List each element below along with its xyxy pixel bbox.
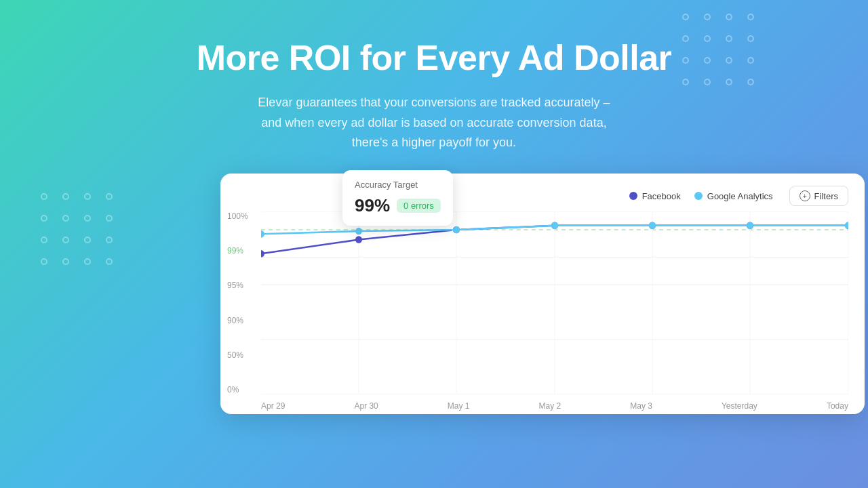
chart-svg <box>261 211 848 394</box>
x-label-apr29: Apr 29 <box>261 401 285 411</box>
ga-point-5 <box>747 222 753 229</box>
page-title: More ROI for Every Ad Dollar <box>0 37 868 78</box>
x-label-may3: May 3 <box>630 401 652 411</box>
y-label-90: 90% <box>227 316 248 325</box>
chart-area: 100% 99% 95% 90% 50% 0% <box>261 211 848 394</box>
legend-ga: Google Analytics <box>694 191 773 201</box>
accuracy-tooltip: Accuracy Target 99% 0 errors <box>342 170 453 226</box>
chart-header: Facebook Google Analytics + Filters <box>220 174 865 211</box>
x-label-apr30: Apr 30 <box>354 401 378 411</box>
ga-point-6 <box>845 222 848 229</box>
hero-section: More ROI for Every Ad Dollar Elevar guar… <box>0 0 868 174</box>
chart-legend: Facebook Google Analytics <box>629 191 773 201</box>
x-label-may1: May 1 <box>448 401 470 411</box>
filters-plus-icon: + <box>800 190 810 201</box>
x-label-yesterday: Yesterday <box>722 401 757 411</box>
ga-point-1 <box>355 228 362 235</box>
y-label-50: 50% <box>227 350 248 360</box>
chart-panel: Facebook Google Analytics + Filters 100%… <box>220 174 865 414</box>
filters-button[interactable]: + Filters <box>789 186 848 206</box>
ga-legend-label: Google Analytics <box>707 191 773 201</box>
ga-legend-dot <box>694 192 703 200</box>
facebook-legend-dot <box>629 192 637 200</box>
facebook-legend-label: Facebook <box>642 191 681 201</box>
x-axis-labels: Apr 29 Apr 30 May 1 May 2 May 3 Yesterda… <box>261 397 848 411</box>
chart-wrapper: Accuracy Target 99% 0 errors Facebook Go… <box>112 174 756 414</box>
ga-point-3 <box>551 222 558 229</box>
tooltip-badge: 0 errors <box>397 199 441 213</box>
filters-label: Filters <box>814 191 838 201</box>
y-label-100: 100% <box>227 211 248 221</box>
y-label-99: 99% <box>227 246 248 256</box>
y-label-0: 0% <box>227 385 248 394</box>
tooltip-row: 99% 0 errors <box>355 195 441 216</box>
dot-grid-left <box>41 193 118 270</box>
legend-facebook: Facebook <box>629 191 681 201</box>
x-label-may2: May 2 <box>539 401 561 411</box>
y-axis-labels: 100% 99% 95% 90% 50% 0% <box>227 211 248 394</box>
tooltip-title: Accuracy Target <box>355 180 441 190</box>
ga-point-0 <box>261 230 264 237</box>
ga-point-4 <box>649 222 656 229</box>
y-label-95: 95% <box>227 281 248 290</box>
tooltip-value: 99% <box>355 195 390 216</box>
fb-point-0 <box>261 250 264 257</box>
ga-point-2 <box>453 226 460 233</box>
x-label-today: Today <box>827 401 848 411</box>
hero-subtitle: Elevar guarantees that your conversions … <box>156 93 712 153</box>
fb-point-1 <box>355 236 362 243</box>
